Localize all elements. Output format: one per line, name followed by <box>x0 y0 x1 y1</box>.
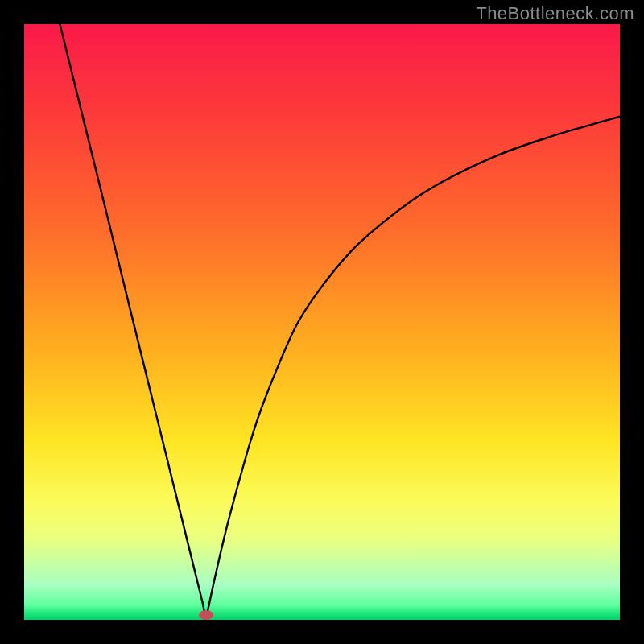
chart-frame: TheBottleneck.com <box>0 0 644 644</box>
watermark-text: TheBottleneck.com <box>476 3 634 24</box>
plot-area <box>24 24 620 620</box>
bottleneck-curve <box>24 24 620 620</box>
optimal-point-marker <box>199 610 213 620</box>
